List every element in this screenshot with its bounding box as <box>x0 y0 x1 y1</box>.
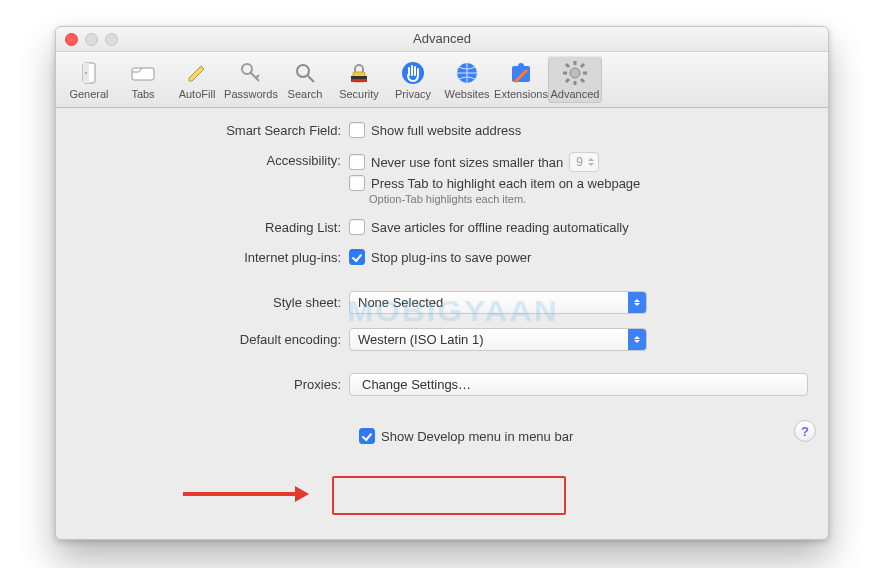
svg-point-5 <box>297 65 309 77</box>
smart-search-label: Smart Search Field: <box>76 122 349 138</box>
tab-label: Passwords <box>224 88 278 100</box>
window-title: Advanced <box>413 31 471 46</box>
min-font-value: 9 <box>576 155 583 169</box>
zoom-window-button[interactable] <box>105 33 118 46</box>
show-develop-label: Show Develop menu in menu bar <box>381 429 573 444</box>
tab-extensions[interactable]: Extensions <box>494 56 548 103</box>
reading-list-label: Reading List: <box>76 219 349 235</box>
stylesheet-label: Style sheet: <box>76 291 349 310</box>
tab-label: Security <box>339 88 379 100</box>
puzzle-icon <box>507 59 535 87</box>
popup-arrows-icon <box>628 329 646 350</box>
svg-rect-7 <box>351 79 367 82</box>
svg-line-21 <box>566 79 569 82</box>
save-offline-checkbox[interactable] <box>349 219 365 235</box>
show-full-url-label: Show full website address <box>371 123 521 138</box>
minimize-window-button[interactable] <box>85 33 98 46</box>
tab-passwords[interactable]: Passwords <box>224 56 278 103</box>
help-button[interactable]: ? <box>794 420 816 442</box>
min-font-stepper[interactable]: 9 <box>569 152 599 172</box>
tab-privacy[interactable]: Privacy <box>386 56 440 103</box>
svg-rect-3 <box>132 68 154 80</box>
close-window-button[interactable] <box>65 33 78 46</box>
press-tab-label: Press Tab to highlight each item on a we… <box>371 176 640 191</box>
encoding-label: Default encoding: <box>76 328 349 347</box>
tab-websites[interactable]: Websites <box>440 56 494 103</box>
switch-icon <box>75 59 103 87</box>
stop-plugins-label: Stop plug-ins to save power <box>371 250 531 265</box>
min-font-checkbox[interactable] <box>349 154 365 170</box>
min-font-label: Never use font sizes smaller than <box>371 155 563 170</box>
pencil-icon <box>183 59 211 87</box>
window-controls <box>65 33 118 46</box>
annotation-arrow <box>183 486 313 502</box>
show-full-url-checkbox[interactable] <box>349 122 365 138</box>
tab-label: General <box>69 88 108 100</box>
stylesheet-popup[interactable]: None Selected <box>349 291 647 314</box>
gear-icon <box>561 59 589 87</box>
search-icon <box>291 59 319 87</box>
svg-line-19 <box>581 79 584 82</box>
svg-point-13 <box>570 68 580 78</box>
option-tab-note: Option-Tab highlights each item. <box>369 193 808 205</box>
window-titlebar: Advanced <box>56 27 828 52</box>
tab-label: Extensions <box>494 88 548 100</box>
tab-label: Search <box>288 88 323 100</box>
empty-label <box>76 420 349 421</box>
tab-security[interactable]: Security <box>332 56 386 103</box>
encoding-popup[interactable]: Western (ISO Latin 1) <box>349 328 647 351</box>
popup-arrows-icon <box>628 292 646 313</box>
svg-point-2 <box>85 72 87 74</box>
svg-rect-8 <box>351 76 367 79</box>
change-settings-label: Change Settings… <box>362 377 471 392</box>
key-icon <box>237 59 265 87</box>
show-develop-checkbox[interactable] <box>359 428 375 444</box>
tab-label: Tabs <box>131 88 154 100</box>
accessibility-label: Accessibility: <box>76 152 349 168</box>
stop-plugins-checkbox[interactable] <box>349 249 365 265</box>
svg-point-12 <box>518 63 524 69</box>
preferences-window: Advanced General Tabs AutoFill <box>55 26 829 540</box>
hand-icon <box>399 59 427 87</box>
tab-label: Advanced <box>551 88 600 100</box>
save-offline-label: Save articles for offline reading automa… <box>371 220 629 235</box>
question-mark-icon: ? <box>801 424 809 439</box>
stylesheet-value: None Selected <box>350 295 628 310</box>
proxies-label: Proxies: <box>76 373 349 392</box>
stepper-arrows-icon <box>588 158 594 166</box>
tab-label: Privacy <box>395 88 431 100</box>
tabs-icon <box>129 59 157 87</box>
tab-label: Websites <box>444 88 489 100</box>
preferences-toolbar: General Tabs AutoFill Passwords <box>56 52 828 108</box>
annotation-highlight-box <box>332 476 566 515</box>
tab-tabs[interactable]: Tabs <box>116 56 170 103</box>
advanced-pane: MOBIGYAAN Smart Search Field: Show full … <box>56 108 828 452</box>
plugins-label: Internet plug-ins: <box>76 249 349 265</box>
encoding-value: Western (ISO Latin 1) <box>350 332 628 347</box>
lock-icon <box>345 59 373 87</box>
tab-general[interactable]: General <box>62 56 116 103</box>
tab-advanced[interactable]: Advanced <box>548 56 602 103</box>
tab-search[interactable]: Search <box>278 56 332 103</box>
tab-autofill[interactable]: AutoFill <box>170 56 224 103</box>
svg-line-18 <box>566 64 569 67</box>
globe-icon <box>453 59 481 87</box>
tab-label: AutoFill <box>179 88 216 100</box>
press-tab-checkbox[interactable] <box>349 175 365 191</box>
svg-line-20 <box>581 64 584 67</box>
change-settings-button[interactable]: Change Settings… <box>349 373 808 396</box>
